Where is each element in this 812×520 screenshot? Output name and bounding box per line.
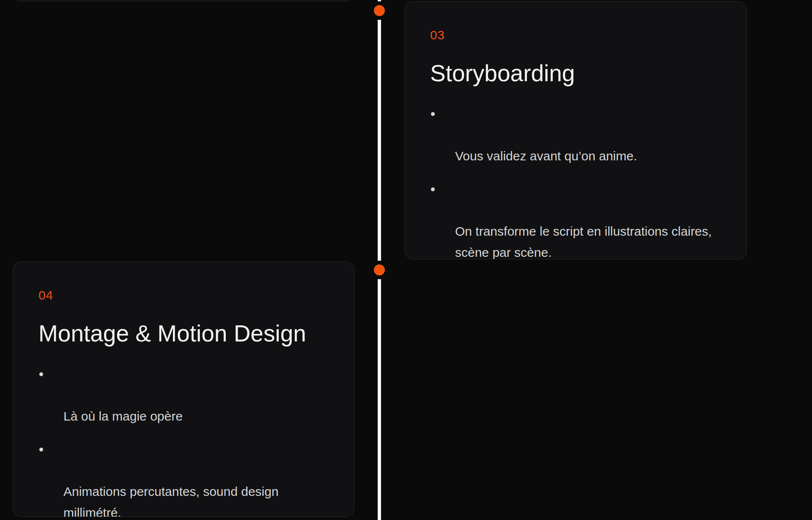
bullet-item: On transforme le script en illustrations… [430, 179, 721, 259]
step-number: 04 [38, 289, 329, 302]
bullet-item: Animations percutantes, sound design mil… [38, 439, 329, 517]
previous-card-bottom-edge [13, 0, 354, 1]
timeline-dot-icon [370, 1, 389, 20]
bullet-dot-icon [431, 187, 435, 191]
bullet-item: Vous validez avant qu’on anime. [430, 103, 721, 167]
bullet-text: Là où la magie opère [63, 409, 183, 423]
bullet-dot-icon [39, 372, 43, 376]
step-title: Storyboarding [430, 59, 721, 87]
step-title: Montage & Motion Design [38, 319, 329, 347]
process-step-card-04: 04 Montage & Motion Design Là où la magi… [13, 261, 354, 517]
bullet-dot-icon [431, 112, 435, 116]
process-timeline-section: 03 Storyboarding Vous validez avant qu’o… [0, 0, 812, 520]
step-bullet-list: Là où la magie opère Animations percutan… [38, 363, 329, 517]
bullet-text: On transforme le script en illustrations… [455, 224, 712, 259]
step-bullet-list: Vous validez avant qu’on anime. On trans… [430, 103, 721, 259]
step-number: 03 [430, 29, 721, 41]
bullet-dot-icon [39, 448, 43, 451]
timeline-line [378, 0, 381, 520]
bullet-text: Vous validez avant qu’on anime. [455, 149, 637, 163]
process-step-card-03: 03 Storyboarding Vous validez avant qu’o… [404, 1, 747, 259]
bullet-item: Là où la magie opère [38, 363, 329, 427]
bullet-text: Animations percutantes, sound design mil… [63, 484, 279, 517]
timeline-dot-icon [370, 261, 389, 279]
